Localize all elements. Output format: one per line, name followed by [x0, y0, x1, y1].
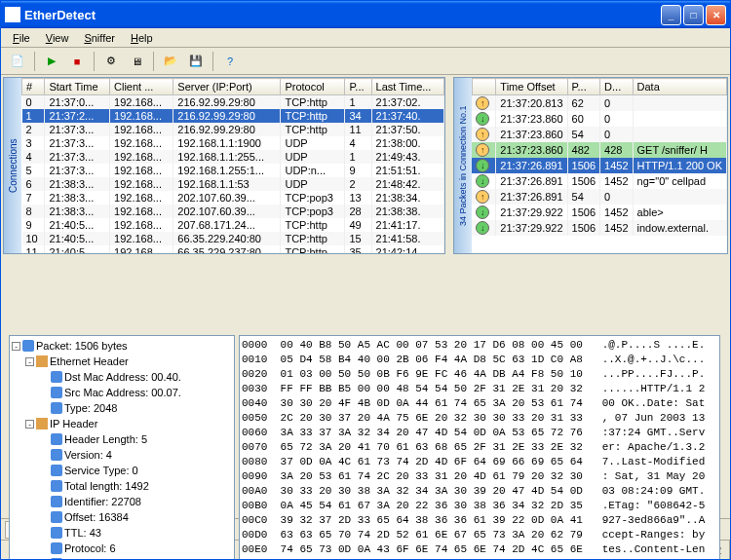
table-row[interactable]: ↑21:37:26.891540 — [472, 189, 726, 205]
tree-pane[interactable]: - Packet: 1506 bytes- Ethernet Header Ds… — [9, 335, 235, 560]
menu-help[interactable]: Help — [123, 30, 161, 45]
col-header[interactable]: Data — [633, 79, 726, 95]
arrow-down-icon: ↓ — [476, 112, 489, 126]
field-icon — [51, 433, 62, 445]
col-header[interactable]: Protocol — [281, 79, 345, 95]
tree-leaf[interactable]: Src Mac Address: 00.07. — [12, 385, 232, 400]
tree-leaf[interactable]: Dst Mac Address: 00.40. — [12, 369, 232, 385]
play-button[interactable]: ▶ — [41, 51, 62, 72]
connections-pane: Connections #Start TimeClient ...Server … — [3, 77, 445, 254]
table-row[interactable]: ↑21:37:20.813620 — [472, 95, 726, 112]
arrow-down-icon: ↓ — [476, 174, 489, 188]
collapse-icon[interactable]: - — [25, 420, 34, 429]
arrow-up-icon: ↑ — [476, 190, 489, 204]
table-row[interactable]: 821:38:3...192.168...202.107.60.39...TCP… — [22, 205, 444, 218]
table-row[interactable]: ↓21:37:29.92215061452indow.external. — [472, 220, 726, 236]
window-title: EtherDetect — [24, 8, 661, 22]
arrow-up-icon: ↑ — [476, 96, 489, 110]
col-header[interactable]: Client ... — [110, 79, 173, 95]
col-header[interactable]: P... — [567, 79, 599, 95]
col-header[interactable]: Last Time... — [371, 79, 443, 95]
field-icon — [51, 449, 62, 461]
packets-tab[interactable]: 34 Packets in Connection No.1 — [454, 78, 472, 253]
col-header[interactable]: D... — [600, 79, 633, 95]
col-header[interactable] — [472, 79, 496, 95]
field-icon — [51, 402, 62, 414]
minimize-button[interactable]: _ — [661, 5, 681, 25]
field-icon — [51, 511, 62, 523]
table-row[interactable]: ↓21:37:29.92215061452able> — [472, 205, 726, 220]
tree-eth[interactable]: - Ethernet Header — [12, 354, 232, 369]
menu-file[interactable]: File — [5, 30, 38, 45]
tree-leaf[interactable]: TTL: 43 — [12, 525, 232, 541]
col-header[interactable]: Start Time — [45, 79, 110, 95]
collapse-icon[interactable]: - — [12, 342, 20, 351]
arrow-down-icon: ↓ — [476, 205, 489, 219]
field-icon — [51, 480, 62, 492]
arrow-down-icon: ↓ — [476, 159, 489, 172]
tree-leaf[interactable]: Header Length: 5 — [12, 431, 232, 447]
table-row[interactable]: ↓21:37:26.89115061452ng="0" cellpad — [472, 173, 726, 189]
table-row[interactable]: ↑21:37:23.860540 — [472, 127, 726, 142]
field-icon — [51, 465, 62, 476]
tree-leaf[interactable]: Service Type: 0 — [12, 463, 232, 478]
arrow-up-icon: ↑ — [476, 143, 489, 157]
menu-view[interactable]: View — [38, 30, 77, 45]
tree-leaf[interactable]: Type: 2048 — [12, 400, 232, 416]
hex-pane[interactable]: 0000 00 40 B8 50 A5 AC 00 07 53 20 17 D6… — [239, 335, 720, 560]
col-header[interactable]: Time Offset — [496, 79, 567, 95]
menu-sniffer[interactable]: Sniffer — [76, 30, 123, 45]
field-icon — [51, 527, 62, 539]
new-button[interactable]: 📄 — [7, 51, 28, 72]
field-icon — [51, 496, 62, 507]
table-row[interactable]: ↓21:37:23.860600 — [472, 111, 726, 127]
packets-table[interactable]: Time OffsetP...D...Data↑21:37:20.813620↓… — [472, 78, 727, 236]
save-button[interactable]: 💾 — [185, 51, 207, 72]
arrow-down-icon: ↓ — [476, 221, 489, 235]
close-button[interactable]: ✕ — [706, 5, 726, 25]
table-row[interactable]: 1021:40:5...192.168...66.35.229.240:80TC… — [22, 232, 444, 245]
table-row[interactable]: 321:37:3...192.168...192.168.1.1:1900UDP… — [22, 136, 444, 150]
table-row[interactable]: ↑21:37:23.860482428GET /sniffer/ H — [472, 142, 726, 158]
help-button[interactable]: ? — [219, 51, 241, 72]
collapse-icon[interactable]: - — [25, 357, 34, 366]
tree-leaf[interactable]: Version: 4 — [12, 447, 232, 463]
app-icon — [5, 7, 20, 22]
open-button[interactable]: 📂 — [160, 51, 181, 72]
options-1-button[interactable]: ⚙ — [100, 51, 122, 72]
table-row[interactable]: ↓21:37:26.89115061452HTTP/1.1 200 OK — [472, 158, 726, 173]
col-header[interactable]: Server (IP:Port) — [173, 79, 281, 95]
header-icon — [36, 355, 48, 367]
arrow-up-icon: ↑ — [476, 128, 489, 141]
table-row[interactable]: 721:38:3...192.168...202.107.60.39...TCP… — [22, 191, 444, 205]
packets-pane: 34 Packets in Connection No.1 Time Offse… — [453, 77, 728, 254]
connections-table[interactable]: #Start TimeClient ...Server (IP:Port)Pro… — [21, 78, 444, 253]
header-icon — [36, 418, 48, 429]
maximize-button[interactable]: □ — [683, 5, 704, 25]
col-header[interactable]: # — [22, 79, 45, 95]
table-row[interactable]: 021:37:0...192.168...216.92.99.29:80TCP:… — [22, 95, 444, 110]
tree-leaf[interactable]: Identifier: 22708 — [12, 494, 232, 509]
table-row[interactable]: 621:38:3...192.168...192.168.1.1:53UDP22… — [22, 177, 444, 191]
toolbar: 📄 ▶ ■ ⚙ 🖥 📂 💾 ? — [1, 48, 730, 75]
tree-leaf[interactable]: Total length: 1492 — [12, 478, 232, 494]
menubar: File View Sniffer Help — [1, 28, 730, 48]
table-row[interactable]: 921:40:5...192.168...207.68.171.24...TCP… — [22, 218, 444, 232]
tree-ip[interactable]: - IP Header — [12, 416, 232, 431]
col-header[interactable]: P... — [345, 79, 371, 95]
connections-tab[interactable]: Connections — [4, 78, 21, 253]
tree-leaf[interactable]: Protocol: 6 — [12, 541, 232, 556]
table-row[interactable]: 421:37:3...192.168...192.168.1.1:255...U… — [22, 150, 444, 164]
table-row[interactable]: 121:37:2...192.168...216.92.99.29:80TCP:… — [22, 109, 444, 123]
table-row[interactable]: 221:37:3...192.168...216.92.99.29:80TCP:… — [22, 123, 444, 136]
titlebar: EtherDetect _ □ ✕ — [1, 1, 730, 28]
options-2-button[interactable]: 🖥 — [126, 51, 147, 72]
tree-leaf[interactable]: Check Sum: 62538 — [12, 556, 232, 560]
field-icon — [51, 542, 62, 554]
table-row[interactable]: 521:37:3...192.168...192.168.1.255:1...U… — [22, 164, 444, 177]
tree-leaf[interactable]: Offset: 16384 — [12, 509, 232, 525]
tree-root[interactable]: - Packet: 1506 bytes — [12, 338, 232, 354]
field-icon — [51, 387, 62, 398]
table-row[interactable]: 1121:40:5...192.168...66.35.229.237:80TC… — [22, 245, 444, 253]
stop-button[interactable]: ■ — [66, 51, 88, 72]
